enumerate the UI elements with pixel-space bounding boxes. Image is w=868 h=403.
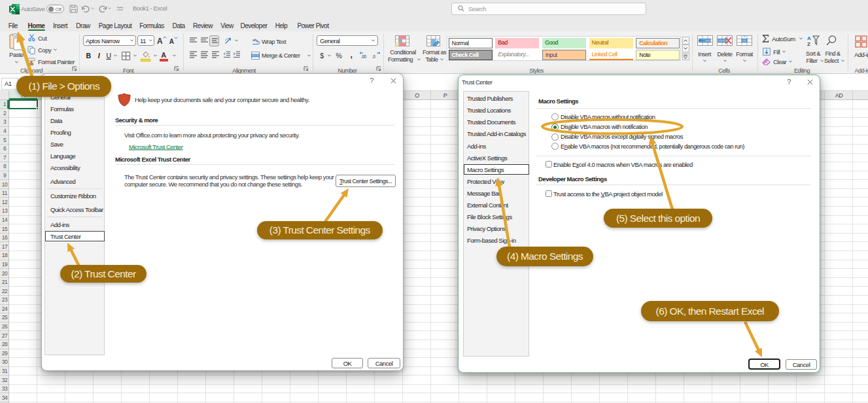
svg-text:A: A — [807, 35, 811, 41]
svg-text:.00: .00 — [361, 54, 366, 59]
svg-text:Z: Z — [807, 41, 810, 46]
svg-text:.0: .0 — [372, 54, 375, 59]
